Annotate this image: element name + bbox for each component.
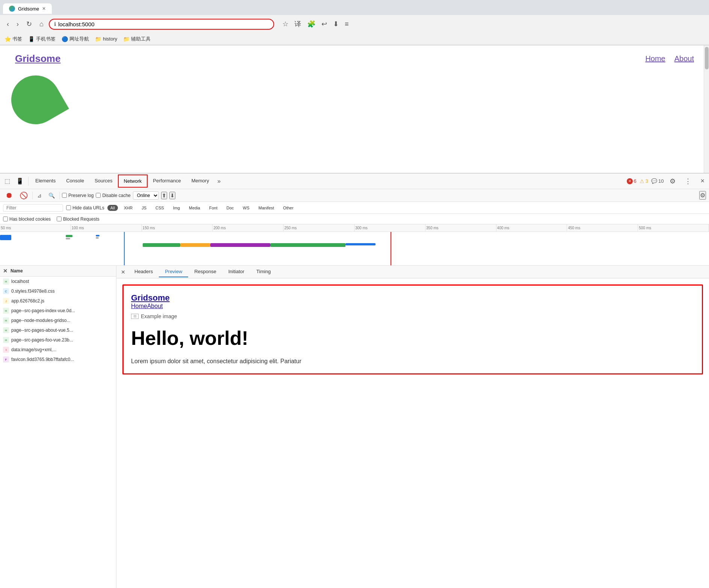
bookmark-bookmarks[interactable]: ⭐ 书签	[5, 36, 22, 42]
bookmark-nav[interactable]: 🔵 网址导航	[62, 36, 89, 42]
bookmark-history[interactable]: 📁 history	[95, 36, 117, 42]
list-item[interactable]: F favicon.9dd3765.9bb7ffafafc0...	[0, 355, 116, 364]
search-button[interactable]: 🔍	[46, 191, 57, 200]
tl-bar-blue2	[345, 243, 376, 245]
list-item[interactable]: J app.626768c2.js	[0, 296, 116, 306]
hide-data-urls-checkbox[interactable]: Hide data URLs	[66, 205, 104, 211]
device-toggle-button[interactable]: 📱	[13, 175, 27, 187]
broken-image-icon: 🖼	[131, 314, 139, 319]
tab-console[interactable]: Console	[61, 175, 89, 187]
more-tabs-button[interactable]: »	[214, 176, 224, 187]
download-button[interactable]: ⬇	[169, 192, 175, 199]
bookmark-tools[interactable]: 📁 辅助工具	[123, 36, 151, 42]
network-settings-button[interactable]: ⚙	[699, 191, 706, 200]
disable-cache-checkbox[interactable]: Disable cache	[96, 193, 130, 198]
nav-home-link[interactable]: Home	[645, 54, 665, 63]
address-bar-wrap: ℹ	[49, 19, 274, 30]
warn-triangle-icon: ⚠	[640, 178, 644, 184]
forward-button[interactable]: ›	[14, 19, 21, 30]
bookmark-mobile[interactable]: 📱 手机书签	[28, 36, 56, 42]
filter-css-button[interactable]: CSS	[152, 205, 167, 211]
file-type-icon: H	[3, 327, 9, 333]
error-x-icon: ✕	[627, 178, 633, 184]
home-button[interactable]: ⌂	[37, 19, 46, 30]
devtools-close-button[interactable]: ×	[697, 175, 707, 187]
clear-button[interactable]: 🚫	[17, 190, 30, 201]
list-item[interactable]: H localhost	[0, 277, 116, 286]
filter-img-button[interactable]: Img	[170, 205, 183, 211]
preview-nav-about[interactable]: About	[147, 303, 163, 310]
filter-font-button[interactable]: Font	[206, 205, 220, 211]
disable-cache-input[interactable]	[96, 193, 101, 198]
filter-all-button[interactable]: All	[107, 205, 118, 211]
star-button[interactable]: ☆	[280, 18, 291, 30]
list-item[interactable]: H page--src-pages-about-vue.5...	[0, 325, 116, 335]
devtools-settings-button[interactable]: ⚙	[667, 175, 679, 188]
filter-ws-button[interactable]: WS	[240, 205, 253, 211]
tab-response[interactable]: Response	[188, 266, 222, 277]
has-blocked-cookies-checkbox[interactable]: Has blocked cookies	[3, 217, 51, 222]
tab-memory[interactable]: Memory	[186, 175, 214, 187]
filter-other-button[interactable]: Other	[280, 205, 297, 211]
menu-button[interactable]: ≡	[342, 19, 351, 30]
tab-initiator[interactable]: Initiator	[222, 266, 250, 277]
preview-brand[interactable]: Gridsome	[131, 293, 694, 303]
file-type-icon: H	[3, 308, 9, 314]
page-nav: Gridsome Home About	[0, 45, 709, 72]
blocked-requests-checkbox[interactable]: Blocked Requests	[57, 217, 100, 222]
tab-performance[interactable]: Performance	[148, 175, 186, 187]
toolbar-separator	[28, 177, 29, 186]
tab-sources[interactable]: Sources	[89, 175, 118, 187]
tl-blue-vline	[124, 232, 125, 266]
scrollbar-thumb[interactable]	[705, 47, 709, 69]
preview-close-button[interactable]: ✕	[118, 268, 128, 277]
list-item[interactable]: H page--src-pages-index-vue.0d...	[0, 306, 116, 316]
extensions-button[interactable]: 🧩	[305, 18, 318, 30]
tl-bar-yellow	[180, 243, 210, 247]
reload-button[interactable]: ↻	[24, 18, 34, 30]
tab-preview[interactable]: Preview	[159, 266, 188, 277]
preview-nav-home[interactable]: Home	[131, 303, 147, 310]
download-button[interactable]: ⬇	[331, 18, 341, 30]
throttle-select[interactable]: Online	[133, 191, 159, 200]
list-item[interactable]: C 0.styles.f34978e8.css	[0, 286, 116, 296]
filter-js-button[interactable]: JS	[139, 205, 149, 211]
filter-doc-button[interactable]: Doc	[223, 205, 237, 211]
tab-timing[interactable]: Timing	[250, 266, 277, 277]
list-item[interactable]: H page--src-pages-foo-vue.23b...	[0, 335, 116, 345]
scrollbar-right[interactable]	[704, 45, 709, 173]
record-button[interactable]: ⏺	[3, 190, 15, 201]
browser-tab[interactable]: Gridsome ✕	[3, 3, 52, 14]
filter-xhr-button[interactable]: XHR	[121, 205, 136, 211]
tab-elements[interactable]: Elements	[30, 175, 61, 187]
filter-manifest-button[interactable]: Manifest	[255, 205, 277, 211]
site-brand-link[interactable]: Gridsome	[15, 53, 60, 65]
blocked-requests-input[interactable]	[57, 217, 62, 221]
filter-input[interactable]	[3, 204, 63, 212]
filter-toggle-button[interactable]: ⊿	[35, 191, 44, 200]
address-input[interactable]	[58, 21, 269, 27]
preview-nav-links: Home About	[131, 303, 694, 310]
devtools-dots-button[interactable]: ⋮	[682, 175, 694, 188]
history-button[interactable]: ↩	[319, 18, 329, 30]
file-list-close-icon[interactable]: ✕	[3, 268, 8, 274]
preserve-log-input[interactable]	[62, 193, 67, 198]
preserve-log-checkbox[interactable]: Preserve log	[62, 193, 94, 198]
tab-network[interactable]: Network	[118, 174, 148, 188]
upload-button[interactable]: ⬆	[161, 192, 167, 199]
filter-media-button[interactable]: Media	[186, 205, 203, 211]
translate-button[interactable]: 译	[292, 18, 303, 30]
preview-tabs: ✕ Headers Preview Response Initiator Tim…	[116, 266, 709, 278]
tick-100ms: 100 ms	[71, 224, 142, 232]
tab-headers[interactable]: Headers	[128, 266, 159, 277]
bookmark-label: history	[103, 36, 117, 42]
tab-close-icon[interactable]: ✕	[42, 6, 46, 11]
page-content: Gridsome Home About	[0, 45, 709, 173]
back-button[interactable]: ‹	[5, 19, 11, 30]
hide-data-urls-input[interactable]	[66, 205, 71, 210]
has-blocked-cookies-input[interactable]	[3, 217, 8, 221]
inspect-element-button[interactable]: ⬚	[2, 175, 13, 187]
list-item[interactable]: I data:image/svg+xml,...	[0, 345, 116, 355]
nav-about-link[interactable]: About	[674, 54, 694, 63]
list-item[interactable]: H page--node-modules-gridso...	[0, 316, 116, 325]
